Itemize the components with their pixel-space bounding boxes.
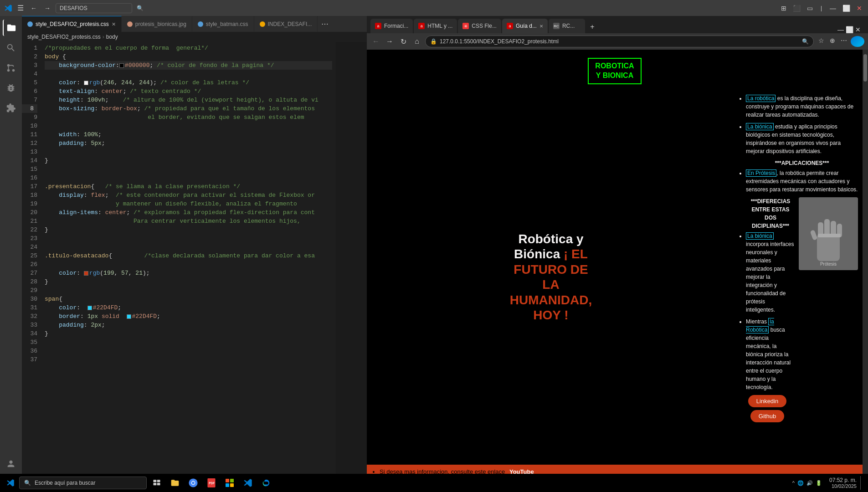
prosthetic-image: Prótesis: [799, 197, 858, 270]
explorer-icon[interactable]: [3, 20, 19, 36]
browser-tab-guia[interactable]: a Guía d... ✕: [502, 19, 548, 33]
tab-label-protesis: protesis_bionicas.jpg: [135, 21, 186, 27]
site-header-title: ROBOTICA Y BIONICA: [595, 62, 634, 81]
browser-toolbar: ← → ↻ ⌂ 🔒 127.0.0.1:5500/INDEX_DESAFIO2_…: [367, 33, 868, 50]
browser-tab-close-guia[interactable]: ✕: [539, 24, 543, 29]
star-btn[interactable]: ☆: [817, 36, 826, 47]
taskbar-pdf[interactable]: PDF: [203, 475, 220, 491]
tray-expand[interactable]: ^: [792, 480, 795, 486]
minimize-btn[interactable]: —: [827, 4, 838, 13]
show-desktop[interactable]: [860, 476, 864, 490]
svg-rect-15: [154, 483, 157, 485]
tab-favicon-rc: RC: [553, 23, 560, 29]
browser-tab-rc[interactable]: RC RC...: [549, 19, 585, 33]
more-tabs-btn[interactable]: ⋯: [318, 16, 332, 32]
span-protesis: En Prótesis: [746, 169, 776, 177]
taskbar-edge[interactable]: [258, 475, 274, 491]
collections-btn[interactable]: ⊕: [828, 36, 837, 47]
taskbar-fileexplorer[interactable]: [167, 475, 183, 491]
taskbar-taskview[interactable]: [149, 475, 165, 491]
minimap: [336, 42, 367, 482]
tab-batman[interactable]: style_batman.css: [192, 16, 254, 32]
taskbar: 🔍 Escribe aquí para buscar: [0, 474, 868, 492]
restore-browser[interactable]: ⬜: [846, 26, 853, 33]
close-btn[interactable]: ✕: [854, 4, 864, 13]
github-btn[interactable]: Github: [750, 410, 784, 422]
taskbar-vscode[interactable]: [240, 475, 256, 491]
taskbar-search[interactable]: 🔍 Escribe aquí para buscar: [19, 477, 147, 489]
window-actions: ⊞ ⬛ ▭ | — ⬜ ✕: [779, 4, 864, 13]
span-bionica: La biónica: [746, 123, 774, 130]
hamburger-menu[interactable]: ☰: [15, 3, 26, 13]
vscode-titlebar: ☰ ← → DESAFIOS 🔍 ⊞ ⬛ ▭ | — ⬜ ✕: [0, 0, 868, 16]
linkedin-btn[interactable]: Linkedin: [748, 395, 786, 407]
back-nav[interactable]: ←: [370, 37, 381, 46]
more-browser-btn[interactable]: ⋯: [839, 36, 849, 47]
account-icon[interactable]: [3, 456, 19, 472]
site-main: Robótica yBiónica ¡ ELFUTURO DELAHUMANID…: [367, 90, 863, 465]
tab-label-batman: style_batman.css: [206, 21, 248, 27]
address-bar[interactable]: 🔒 127.0.0.1:5500/INDEX_DESAFIO2_protesis…: [425, 36, 814, 47]
browser-tab-css[interactable]: ✳ CSS Fle...: [458, 19, 501, 33]
home-nav[interactable]: ⌂: [411, 37, 422, 46]
tray-battery[interactable]: 🔋: [816, 480, 822, 486]
tray-network[interactable]: 🌐: [797, 480, 804, 486]
tab-style-desafio[interactable]: style_DESAFIO2_protesis.css ✕: [22, 16, 122, 32]
layout-icon[interactable]: ⊞: [779, 4, 789, 13]
maximize-btn[interactable]: ⬜: [840, 4, 853, 13]
tab-favicon-html: a: [418, 23, 425, 29]
browser-scrollbar-vertical[interactable]: [863, 50, 868, 487]
site-info-protesis: En Prótesis, la robótica permite crear e…: [746, 169, 858, 194]
search-icon[interactable]: [3, 40, 19, 56]
browser-tab-label-html: HTML y ...: [427, 23, 452, 29]
breadcrumb-file[interactable]: style_DESAFIO2_protesis.css: [27, 34, 101, 40]
tab-label-style-desafio: style_DESAFIO2_protesis.css: [36, 21, 109, 27]
browser-tab-bar: a Formaci... a HTML y ... ✳ CSS Fle... a…: [367, 16, 868, 33]
command-search[interactable]: DESAFIOS: [56, 3, 132, 13]
forward-nav[interactable]: →: [384, 37, 395, 46]
debug-icon[interactable]: [3, 80, 19, 96]
svg-rect-14: [157, 480, 160, 482]
url-text[interactable]: 127.0.0.1:5500/INDEX_DESAFIO2_protesis.h…: [440, 38, 799, 45]
tab-index[interactable]: INDEX_DESAFI...: [254, 16, 318, 32]
search-placeholder: Escribe aquí para buscar: [35, 480, 95, 486]
line-numbers: 12345 67 8 910111213 1415161718 19202122…: [22, 42, 41, 482]
tray-volume[interactable]: 🔊: [806, 480, 813, 486]
forward-btn[interactable]: →: [42, 4, 53, 13]
tab-favicon-css: ✳: [462, 23, 469, 29]
site-header: ROBOTICA Y BIONICA: [367, 50, 863, 90]
code-editor[interactable]: 12345 67 8 910111213 1415161718 19202122…: [22, 42, 367, 482]
git-icon[interactable]: [3, 60, 19, 76]
split-icon[interactable]: ⬛: [791, 4, 803, 13]
browser-tab-label-css: CSS Fle...: [472, 23, 497, 29]
code-text[interactable]: /*propuedades en el cuerpo de forma gene…: [41, 42, 336, 482]
taskbar-chrome[interactable]: [185, 475, 201, 491]
extensions-icon[interactable]: [3, 100, 19, 116]
browser-panel: a Formaci... a HTML y ... ✳ CSS Fle... a…: [367, 16, 868, 492]
panel-icon[interactable]: ▭: [805, 4, 815, 13]
new-tab-btn[interactable]: +: [586, 20, 599, 33]
reload-nav[interactable]: ↻: [398, 37, 409, 46]
close-browser[interactable]: ✕: [855, 26, 861, 33]
taskbar-systray: ^ 🌐 🔊 🔋 07:52 p. m. 10/02/2025: [789, 476, 864, 490]
back-btn[interactable]: ←: [28, 4, 39, 13]
browser-tab-formaci[interactable]: a Formaci...: [370, 19, 413, 33]
clock[interactable]: 07:52 p. m. 10/02/2025: [829, 477, 857, 489]
tab-close-btn[interactable]: ✕: [112, 21, 116, 27]
svg-point-0: [12, 69, 15, 72]
scroll-thumb-v[interactable]: [863, 54, 867, 82]
span-bionica2: La biónica: [746, 232, 774, 240]
minimize-browser[interactable]: —: [837, 26, 844, 33]
site-right: La robótica es la disciplina que diseña,…: [735, 90, 863, 465]
svg-rect-25: [230, 483, 234, 487]
site-diff-label: ***DIFERECIAS ENTRE ESTAS DOS DICIPLINAS…: [746, 197, 795, 230]
span-robotica2: la Robótica: [746, 318, 774, 333]
start-button[interactable]: [4, 476, 17, 490]
taskbar-store[interactable]: [221, 475, 238, 491]
tab-protesis-jpg[interactable]: protesis_bionicas.jpg: [122, 16, 192, 32]
browser-tab-html[interactable]: a HTML y ...: [414, 19, 457, 33]
site-info-bionica2: La biónica incorpora interfaces neuronal…: [746, 232, 795, 314]
website-content: ROBOTICA Y BIONICA Robótica yBiónica ¡ E…: [367, 50, 863, 487]
profile-btn[interactable]: [851, 36, 864, 47]
breadcrumb-selector[interactable]: body: [106, 34, 118, 40]
